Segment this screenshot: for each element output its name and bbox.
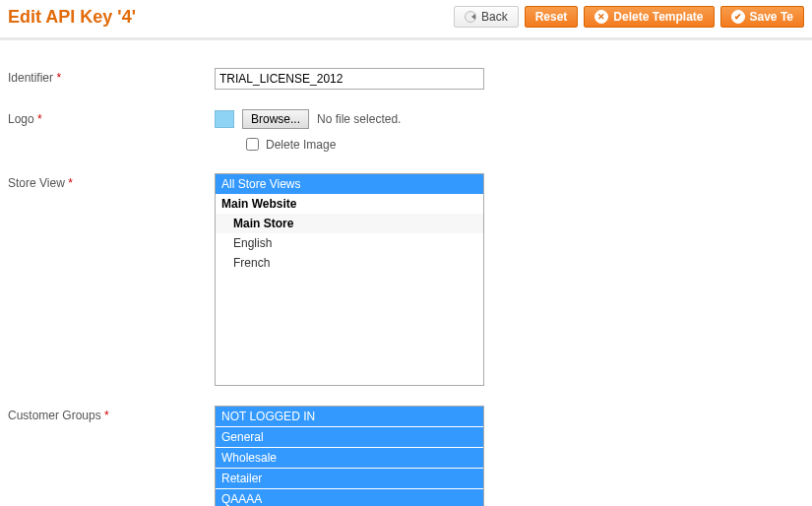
delete-template-button[interactable]: ✕ Delete Template	[584, 6, 714, 28]
customer-groups-label: Customer Groups *	[8, 406, 215, 422]
toolbar: Back Reset ✕ Delete Template ✔ Save Te	[454, 6, 804, 28]
back-arrow-icon	[465, 11, 476, 23]
reset-button-label: Reset	[535, 10, 568, 24]
reset-button[interactable]: Reset	[525, 6, 579, 28]
logo-thumbnail	[215, 110, 234, 128]
customer-group-option[interactable]: NOT LOGGED IN	[216, 407, 483, 426]
save-template-label: Save Te	[750, 10, 793, 24]
store-option-store[interactable]: Main Store	[216, 214, 483, 233]
save-template-button[interactable]: ✔ Save Te	[720, 6, 804, 28]
customer-group-option[interactable]: Retailer	[216, 469, 483, 488]
delete-image-input[interactable]	[246, 138, 259, 151]
delete-image-label: Delete Image	[266, 138, 336, 152]
browse-button[interactable]: Browse...	[242, 109, 309, 129]
store-option-all[interactable]: All Store Views	[216, 174, 483, 194]
customer-group-option[interactable]: QAAAA	[216, 489, 483, 506]
delete-icon: ✕	[594, 10, 608, 24]
delete-template-label: Delete Template	[613, 10, 703, 24]
store-option-view[interactable]: English	[216, 233, 483, 253]
store-view-label: Store View *	[8, 173, 215, 190]
page-title: Edit API Key '4'	[8, 7, 136, 28]
store-option-website[interactable]: Main Website	[216, 194, 483, 214]
identifier-label: Identifier *	[8, 68, 215, 85]
logo-label: Logo *	[8, 109, 215, 126]
back-button[interactable]: Back	[454, 6, 519, 28]
check-icon: ✔	[731, 10, 745, 24]
delete-image-checkbox[interactable]: Delete Image	[242, 135, 804, 154]
store-option-view[interactable]: French	[216, 253, 483, 273]
store-view-select[interactable]: All Store Views Main Website Main Store …	[215, 173, 484, 386]
customer-group-option[interactable]: General	[216, 427, 483, 447]
customer-group-option[interactable]: Wholesale	[216, 448, 483, 468]
customer-groups-select[interactable]: NOT LOGGED IN General Wholesale Retailer…	[215, 406, 484, 506]
back-button-label: Back	[481, 10, 508, 24]
identifier-input[interactable]	[215, 68, 484, 90]
file-upload-status: No file selected.	[317, 112, 401, 126]
